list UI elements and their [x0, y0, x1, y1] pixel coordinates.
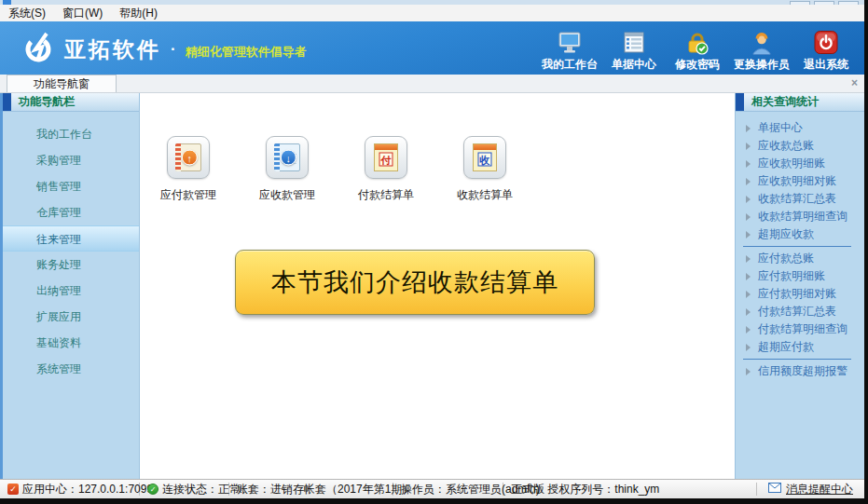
sidebar-item-3[interactable]: 仓库管理	[3, 199, 139, 225]
divider	[743, 359, 851, 360]
message-center[interactable]: 消息提醒中心	[756, 483, 864, 496]
slip-header-bar	[375, 144, 397, 150]
brand: 亚拓软件 · 精细化管理软件倡导者	[22, 32, 307, 67]
related-link-1-4[interactable]: 付款结算明细查询	[736, 320, 864, 338]
payable-ledger-icon: ↑	[175, 143, 201, 171]
sidebar-item-4[interactable]: 往来管理	[3, 225, 139, 252]
navigation-panel-title: 功能导航栏	[11, 93, 139, 111]
brand-name: 亚拓软件	[64, 35, 161, 64]
payment-slip-icon: 付	[374, 143, 398, 171]
toolbar-label: 单据中心	[612, 57, 656, 73]
shortcut-icon-frame: 付	[365, 136, 407, 179]
related-link-label: 付款结算明细查询	[758, 321, 847, 337]
arrow-right-icon	[746, 368, 751, 375]
related-link-0-5[interactable]: 收款结算明细查询	[736, 208, 864, 225]
sidebar-item-1[interactable]: 采购管理	[3, 147, 139, 173]
toolbar-change-password[interactable]: 修改密码	[670, 28, 724, 73]
tab-function-navigator[interactable]: 功能导航窗	[7, 75, 117, 92]
shortcut-row: ↑ 应付款管理 ↓ 应收款管理 付 付款结算单 收 收款结算单	[151, 136, 522, 203]
related-link-0-2[interactable]: 应收款明细账	[736, 155, 864, 172]
related-link-0-0[interactable]: 单据中心	[736, 119, 864, 137]
statusbar: ✓应用中心：127.0.0.1:7099✓连接状态：正常账套：进销存帐套（201…	[0, 479, 864, 498]
related-link-1-3[interactable]: 付款结算汇总表	[736, 303, 864, 320]
toolbar-label: 退出系统	[804, 57, 848, 73]
related-link-label: 超期应付款	[758, 339, 814, 355]
sidebar-item-6[interactable]: 出纳管理	[3, 278, 139, 304]
related-link-0-6[interactable]: 超期应收款	[736, 225, 864, 243]
panel-accent-bar	[3, 93, 11, 111]
arrow-right-icon	[746, 344, 751, 351]
receivable-ledger-icon: ↓	[274, 143, 300, 171]
related-query-panel-header: 相关查询统计	[736, 93, 864, 112]
shortcut-icon-frame: 收	[463, 136, 506, 179]
sidebar-item-7[interactable]: 扩展应用	[3, 304, 139, 330]
lesson-banner-text: 本节我们介绍收款结算单	[271, 266, 558, 299]
status-text: 应用中心：127.0.0.1:7099	[22, 482, 153, 497]
menu-item-1[interactable]: 窗口(W)	[54, 5, 111, 21]
related-link-label: 应收款明细对账	[758, 173, 836, 189]
arrow-right-icon	[746, 178, 751, 185]
toolbar-my-workbench[interactable]: 我的工作台	[542, 28, 598, 73]
status-segment-1: ✓连接状态：正常	[140, 483, 229, 496]
related-link-label: 应付款总账	[758, 251, 814, 266]
toolbar-document-center[interactable]: 单据中心	[607, 28, 661, 73]
brand-logo-icon	[22, 32, 56, 67]
close-tab-icon[interactable]: ×	[851, 77, 858, 89]
toolbar-exit-system[interactable]: 退出系统	[799, 28, 853, 73]
related-link-1-1[interactable]: 应付款明细账	[736, 267, 864, 285]
related-query-list: 单据中心 应收款总账 应收款明细账 应收款明细对账 收款结算汇总表 收款结算明细…	[736, 119, 864, 380]
status-segment-0: ✓应用中心：127.0.0.1:7099	[0, 483, 140, 496]
user-icon	[749, 28, 775, 55]
maximize-button[interactable]	[814, 1, 834, 5]
arrow-down-icon: ↓	[281, 150, 296, 166]
shortcut-receipt-slip[interactable]: 收 收款结算单	[448, 136, 522, 203]
related-query-panel-title: 相关查询统计	[744, 93, 864, 111]
related-link-label: 付款结算汇总表	[758, 304, 836, 320]
arrow-right-icon	[746, 213, 751, 221]
message-center-label: 消息提醒中心	[786, 482, 853, 497]
related-link-label: 应收款明细账	[758, 156, 825, 171]
toolbar-label: 修改密码	[675, 57, 720, 73]
shortcut-payable-mgmt[interactable]: ↑ 应付款管理	[151, 136, 226, 203]
related-link-label: 应收款总账	[758, 138, 814, 154]
shortcut-payment-slip[interactable]: 付 付款结算单	[349, 136, 423, 203]
related-link-1-0[interactable]: 应付款总账	[736, 250, 864, 267]
shortcut-icon-frame: ↑	[167, 136, 210, 179]
sidebar-item-2[interactable]: 销售管理	[3, 173, 139, 199]
status-segment-3: 操作员：系统管理员(admin)	[393, 483, 503, 496]
sidebar-item-0[interactable]: 我的工作台	[3, 121, 139, 147]
toolbar-label: 更换操作员	[734, 57, 790, 73]
arrow-right-icon	[746, 143, 751, 150]
slip-glyph: 付	[379, 153, 393, 167]
arrow-right-icon	[746, 196, 751, 203]
menu-item-2[interactable]: 帮助(H)	[111, 5, 166, 21]
app-center-badge-icon: ✓	[7, 484, 19, 495]
arrow-right-icon	[746, 291, 751, 298]
toolbar-switch-operator[interactable]: 更换操作员	[734, 28, 790, 73]
related-link-0-4[interactable]: 收款结算汇总表	[736, 190, 864, 208]
divider	[743, 246, 851, 247]
shortcut-receivable-mgmt[interactable]: ↓ 应收款管理	[250, 136, 324, 203]
related-link-label: 应付款明细对账	[758, 286, 836, 302]
minimize-button[interactable]	[790, 1, 810, 5]
status-segment-2: 账套：进销存帐套（2017年第1期）	[229, 483, 393, 496]
sidebar-item-5[interactable]: 账务处理	[3, 252, 139, 278]
related-link-0-1[interactable]: 应收款总账	[736, 137, 864, 155]
monitor-icon	[557, 28, 583, 55]
receipt-slip-icon: 收	[473, 143, 497, 171]
shortcut-icon-frame: ↓	[266, 136, 309, 179]
navigation-panel: 功能导航栏 我的工作台采购管理销售管理仓库管理往来管理账务处理出纳管理扩展应用基…	[3, 93, 139, 479]
related-link-1-5[interactable]: 超期应付款	[736, 338, 864, 356]
close-button[interactable]	[838, 1, 859, 5]
menu-item-0[interactable]: 系统(S)	[0, 5, 54, 21]
document-list-icon	[621, 28, 647, 55]
sidebar-item-8[interactable]: 基础资料	[3, 330, 139, 356]
titlebar-sliver	[0, 0, 864, 5]
related-link-2-0[interactable]: 信用额度超期报警	[736, 362, 864, 380]
sidebar-item-9[interactable]: 系统管理	[3, 356, 139, 382]
related-link-0-3[interactable]: 应收款明细对账	[736, 172, 864, 190]
workspace: 功能导航栏 我的工作台采购管理销售管理仓库管理往来管理账务处理出纳管理扩展应用基…	[0, 93, 864, 479]
related-link-1-2[interactable]: 应付款明细对账	[736, 285, 864, 303]
shortcut-label: 应收款管理	[259, 187, 315, 203]
shortcut-label: 付款结算单	[358, 187, 414, 203]
